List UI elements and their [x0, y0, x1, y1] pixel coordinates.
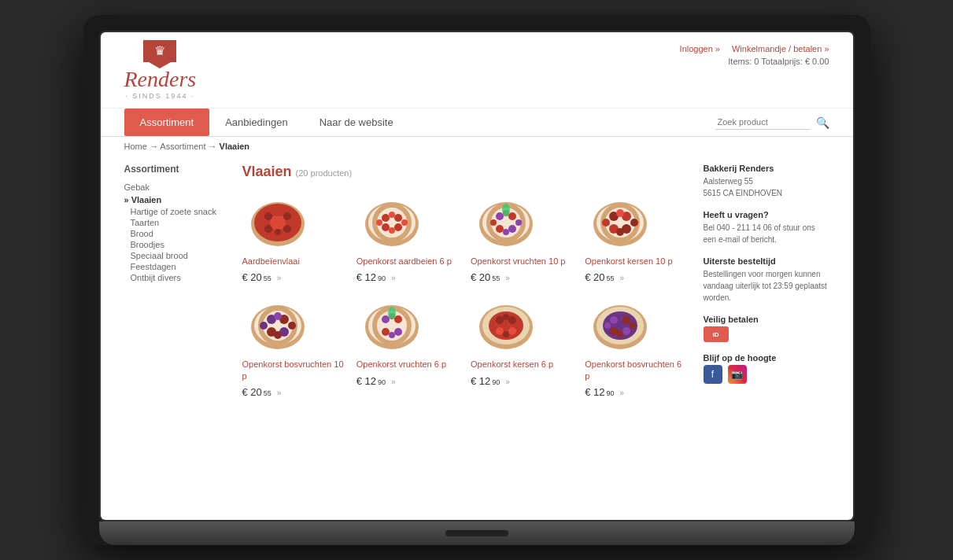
product-price-1: € 2055 » — [242, 271, 282, 283]
price-cents-7: 90 — [492, 378, 500, 386]
svg-point-24 — [496, 212, 504, 220]
svg-point-81 — [617, 314, 623, 320]
price-arrow-8[interactable]: » — [620, 389, 625, 397]
product-card-2[interactable]: Openkorst aardbeien 6 p € 1290 » — [356, 192, 459, 283]
product-card-8[interactable]: Openkorst bosvruchten 6 p € 1290 » — [585, 295, 687, 398]
price-cents-8: 90 — [607, 389, 615, 397]
price-cents-4: 55 — [607, 274, 615, 282]
product-card-1[interactable]: Aardbeïenvlaai € 2055 » — [242, 192, 345, 283]
product-card-7[interactable]: Openkorst kersen 6 p € 1290 » — [471, 295, 573, 398]
svg-point-19 — [376, 219, 382, 226]
sidebar-item-taarten[interactable]: Taarten — [124, 217, 227, 228]
header-right: Inloggen » Winkelmandje / betalen » Item… — [680, 40, 829, 66]
deadline-block: Uiterste besteltijd Bestellingen voor mo… — [704, 256, 829, 304]
product-card-5[interactable]: Openkorst bosvruchten 10 p € 2055 » — [242, 295, 345, 398]
product-image-5 — [242, 295, 313, 354]
tart-svg-8 — [589, 297, 652, 352]
tab-website[interactable]: Naar de website — [304, 109, 409, 136]
tab-aanbiedingen[interactable]: Aanbiedingen — [209, 109, 304, 136]
product-card-3[interactable]: Openkorst vruchten 10 p € 2055 » — [471, 192, 573, 283]
tart-svg-2 — [360, 194, 423, 249]
svg-point-73 — [503, 331, 509, 337]
cart-link[interactable]: Winkelmandje / betalen » — [732, 44, 829, 53]
product-name-8: Openkorst bosvruchten 6 p — [585, 359, 687, 381]
tart-svg-4 — [589, 194, 652, 249]
svg-point-29 — [503, 229, 509, 235]
price-arrow-4[interactable]: » — [620, 274, 625, 282]
logo-ribbon: ♛ — [143, 40, 176, 62]
products-grid: Aardbeïenvlaai € 2055 » — [242, 192, 688, 398]
svg-point-80 — [622, 327, 630, 335]
svg-point-18 — [389, 227, 395, 234]
bakery-info: Bakkerij Renders Aalsterweg 55 5615 CA E… — [704, 164, 829, 199]
product-price-5: € 2055 » — [242, 386, 282, 398]
products-area: Vlaaien (20 producten) — [242, 156, 688, 414]
sidebar-item-feestdagen[interactable]: Feestdagen — [124, 261, 227, 272]
product-card-6[interactable]: Openkorst vruchten 6 p € 1290 » — [356, 295, 459, 398]
svg-point-42 — [602, 219, 610, 227]
social-block: Blijf op de hoogte f 📷 — [704, 353, 829, 384]
price-cents-3: 55 — [492, 274, 500, 282]
price-euro-6: € 12 — [356, 375, 376, 387]
sidebar-item-snack[interactable]: Hartige of zoete snack — [124, 206, 227, 217]
sidebar-item-vlaaien[interactable]: Vlaaien — [124, 193, 227, 206]
product-name-2: Openkorst aardbeien 6 p — [356, 256, 452, 267]
price-arrow-5[interactable]: » — [277, 389, 282, 397]
price-euro-7: € 12 — [471, 375, 490, 387]
svg-point-59 — [394, 315, 402, 323]
deadline-text: Bestellingen voor morgen kunnen vandaag … — [704, 268, 829, 304]
search-input[interactable] — [715, 115, 810, 130]
price-arrow-2[interactable]: » — [391, 274, 396, 282]
questions-text: Bel 040 - 211 14 06 of stuur ons een e-m… — [704, 222, 829, 245]
page-title-text: Vlaaien — [242, 164, 292, 179]
tart-svg-3 — [475, 194, 537, 249]
product-name-1: Aardbeïenvlaai — [242, 256, 300, 267]
sidebar-item-brood[interactable]: Brood — [124, 228, 227, 239]
product-card-4[interactable]: Openkorst kersen 10 p € 2055 » — [585, 192, 687, 283]
header-links: Inloggen » Winkelmandje / betalen » — [680, 44, 829, 53]
svg-point-41 — [616, 228, 624, 236]
price-euro-2: € 12 — [356, 271, 376, 283]
right-sidebar: Bakkerij Renders Aalsterweg 55 5615 CA E… — [704, 156, 829, 414]
svg-point-14 — [394, 214, 402, 222]
svg-point-68 — [496, 316, 504, 324]
facebook-icon[interactable]: f — [704, 365, 722, 384]
page-title: Vlaaien (20 producten) — [242, 164, 688, 180]
instagram-icon[interactable]: 📷 — [728, 365, 747, 384]
product-image-6 — [356, 295, 427, 354]
product-name-7: Openkorst kersen 6 p — [471, 359, 553, 370]
sidebar-item-gebak[interactable]: Gebak — [124, 181, 227, 193]
breadcrumb-sep2: → — [209, 142, 220, 151]
price-arrow-3[interactable]: » — [505, 274, 510, 282]
svg-point-69 — [508, 316, 516, 324]
svg-point-78 — [622, 316, 630, 324]
questions-title: Heeft u vragen? — [704, 210, 829, 219]
logo-area: ♛ Renders · SINDS 1944 · — [124, 40, 197, 100]
sidebar-item-speciaal[interactable]: Speciaal brood — [124, 250, 227, 261]
social-icons: f 📷 — [704, 365, 829, 384]
price-arrow-7[interactable]: » — [505, 378, 510, 386]
sidebar-item-ontbijt[interactable]: Ontbijt divers — [124, 272, 227, 283]
product-price-8: € 1290 » — [585, 386, 624, 398]
sidebar-item-broodjes[interactable]: Broodjes — [124, 239, 227, 250]
search-icon[interactable]: 🔍 — [816, 116, 829, 129]
login-link[interactable]: Inloggen » — [680, 44, 720, 53]
ideal-icon: iD — [704, 326, 729, 342]
price-cents-2: 90 — [378, 274, 386, 282]
header: ♛ Renders · SINDS 1944 · Inloggen » Wink… — [101, 32, 853, 109]
breadcrumb-assortment[interactable]: Assortiment — [160, 142, 205, 151]
logo-text[interactable]: Renders — [124, 68, 197, 90]
deadline-title: Uiterste besteltijd — [704, 256, 829, 266]
svg-point-30 — [490, 219, 497, 226]
price-arrow-1[interactable]: » — [277, 274, 282, 282]
product-image-2 — [356, 192, 427, 251]
price-arrow-6[interactable]: » — [391, 378, 396, 386]
svg-point-77 — [610, 316, 618, 324]
tab-assortiment[interactable]: Assortiment — [124, 109, 210, 136]
svg-point-6 — [283, 225, 291, 233]
svg-point-71 — [508, 327, 516, 335]
breadcrumb-home[interactable]: Home — [124, 142, 147, 151]
svg-point-20 — [401, 219, 408, 226]
svg-point-79 — [610, 327, 618, 335]
product-name-3: Openkorst vruchten 10 p — [471, 256, 565, 267]
